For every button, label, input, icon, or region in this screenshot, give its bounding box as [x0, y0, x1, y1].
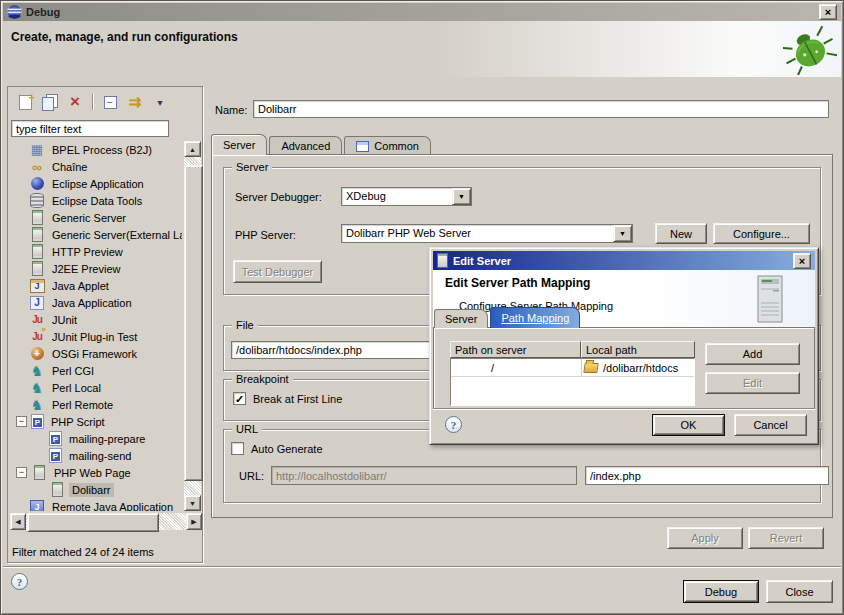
tree-item-eclipse-data-tools[interactable]: Eclipse Data Tools [10, 192, 182, 209]
window-close-icon[interactable]: × [819, 4, 837, 20]
tree-item-perl-local[interactable]: Perl Local [10, 379, 182, 396]
tree-item-label: Eclipse Application [49, 177, 147, 191]
filter-icon[interactable] [126, 94, 144, 111]
tree-item-perl-cgi[interactable]: Perl CGI [10, 362, 182, 379]
tree-item-junit[interactable]: JUnit [10, 311, 182, 328]
tree-item-label: Dolibarr [69, 483, 114, 497]
database-icon [29, 193, 45, 208]
generic-server-icon [29, 210, 45, 225]
tree-item-remote-java-application[interactable]: Remote Java Application [10, 498, 182, 511]
scroll-right-icon[interactable]: ▶ [186, 513, 202, 530]
server-tower-image [753, 274, 789, 324]
tree-vertical-scrollbar[interactable]: ▲ ▼ [184, 141, 201, 511]
dialog-tab-path-mapping[interactable]: Path Mapping [490, 307, 580, 328]
tree-item-cha-ne[interactable]: Chaîne [10, 158, 182, 175]
dialog-button-bar: ? OK Cancel [433, 408, 815, 441]
tree-item-java-application[interactable]: Java Application [10, 294, 182, 311]
menu-dropdown-icon[interactable] [151, 94, 169, 111]
tree-item-bpel-process-b2j[interactable]: BPEL Process (B2J) [10, 141, 182, 158]
php-file-icon [49, 448, 62, 463]
http-preview-icon [29, 244, 45, 259]
scroll-up-icon[interactable]: ▲ [184, 141, 201, 157]
debug-button[interactable]: Debug [683, 580, 759, 603]
dialog-close-icon[interactable]: × [793, 253, 811, 269]
tree-item-perl-remote[interactable]: Perl Remote [10, 396, 182, 413]
tree-item-label: JUnit Plug-in Test [49, 330, 140, 344]
cancel-button[interactable]: Cancel [734, 414, 807, 436]
tree-item-junit-plug-in-test[interactable]: JUnit Plug-in Test [10, 328, 182, 345]
table-icon [356, 141, 369, 152]
tree-item-label: mailing-send [66, 449, 134, 463]
tree-item-label: Remote Java Application [49, 500, 176, 512]
new-config-icon[interactable] [16, 94, 34, 111]
chain-icon [29, 159, 45, 174]
path-mapping-table: Path on server Local path / /dolibarr/ht… [450, 341, 695, 406]
eclipse-logo-icon [7, 5, 22, 19]
tree-item-osgi-framework[interactable]: OSGi Framework [10, 345, 182, 362]
duplicate-icon[interactable] [41, 94, 59, 111]
scroll-left-icon[interactable]: ◀ [10, 513, 26, 530]
path-mapping-table-header: Path on server Local path [450, 341, 695, 358]
dialog-tabstrip: Server Path Mapping [434, 307, 580, 328]
dialog-tab-server[interactable]: Server [434, 309, 488, 328]
collapse-expander-icon[interactable]: − [16, 467, 27, 478]
scroll-down-icon[interactable]: ▼ [184, 495, 201, 511]
name-input[interactable] [253, 100, 829, 118]
dialog-heading: Edit Server Path Mapping [445, 276, 590, 290]
tree-item-generic-server-external-la[interactable]: Generic Server(External La [10, 226, 182, 243]
tree-item-generic-server[interactable]: Generic Server [10, 209, 182, 226]
delete-icon[interactable] [66, 94, 84, 111]
tree-item-mailing-prepare[interactable]: mailing-prepare [10, 430, 182, 447]
tree-horizontal-scrollbar[interactable]: ◀ ▶ [10, 513, 202, 530]
apply-button[interactable]: Apply [667, 527, 743, 549]
tree-item-label: OSGi Framework [49, 347, 140, 361]
collapse-expander-icon[interactable]: − [16, 416, 27, 427]
local-path-value: /dolibarr/htdocs [603, 362, 678, 374]
remote-java-icon [29, 499, 45, 511]
column-local-path[interactable]: Local path [581, 341, 695, 358]
dialog-tab-server-label: Server [445, 313, 477, 325]
tree-item-php-web-page[interactable]: −PHP Web Page [10, 464, 182, 481]
collapse-all-icon[interactable] [101, 94, 119, 111]
tree-item-label: Perl Remote [49, 398, 116, 412]
tree-item-label: PHP Script [48, 415, 108, 429]
tree-item-eclipse-application[interactable]: Eclipse Application [10, 175, 182, 192]
tab-advanced[interactable]: Advanced [269, 136, 342, 155]
tree-item-label: J2EE Preview [49, 262, 123, 276]
revert-button[interactable]: Revert [748, 527, 824, 549]
java-app-icon [29, 295, 45, 310]
java-applet-icon [29, 278, 45, 293]
tree-item-j2ee-preview[interactable]: J2EE Preview [10, 260, 182, 277]
php-script-icon [31, 414, 44, 429]
configurations-sidebar: BPEL Process (B2J)ChaîneEclipse Applicat… [7, 86, 203, 563]
perl-icon [29, 380, 45, 395]
tree-item-label: Generic Server [49, 211, 129, 225]
tab-server[interactable]: Server [211, 134, 267, 155]
tree-item-http-preview[interactable]: HTTP Preview [10, 243, 182, 260]
name-label: Name: [215, 104, 247, 116]
help-icon[interactable]: ? [11, 573, 28, 590]
horizontal-scroll-thumb[interactable] [27, 513, 159, 532]
tree-item-label: Eclipse Data Tools [49, 194, 145, 208]
edit-mapping-button[interactable]: Edit [705, 372, 800, 394]
tree-item-mailing-send[interactable]: mailing-send [10, 447, 182, 464]
sidebar-toolbar [10, 89, 175, 115]
tree-item-label: Chaîne [49, 160, 90, 174]
dialog-help-icon[interactable]: ? [445, 416, 462, 433]
vertical-scroll-thumb[interactable] [184, 165, 203, 481]
php-file-icon [49, 431, 62, 446]
tree-item-php-script[interactable]: −PHP Script [10, 413, 182, 430]
tab-common-label: Common [374, 140, 419, 152]
tree-item-dolibarr[interactable]: Dolibarr [10, 481, 182, 498]
ok-button[interactable]: OK [652, 414, 725, 436]
tree-item-java-applet[interactable]: Java Applet [10, 277, 182, 294]
table-row[interactable]: / /dolibarr/htdocs [451, 359, 694, 377]
column-path-on-server[interactable]: Path on server [450, 341, 581, 358]
filter-input[interactable] [11, 120, 169, 137]
add-mapping-button[interactable]: Add [705, 343, 800, 365]
tab-common[interactable]: Common [344, 136, 431, 155]
dialog-tab-path-mapping-label: Path Mapping [501, 312, 569, 324]
perl-icon [29, 397, 45, 412]
tree-item-label: JUnit [49, 313, 80, 327]
close-button[interactable]: Close [766, 580, 833, 603]
